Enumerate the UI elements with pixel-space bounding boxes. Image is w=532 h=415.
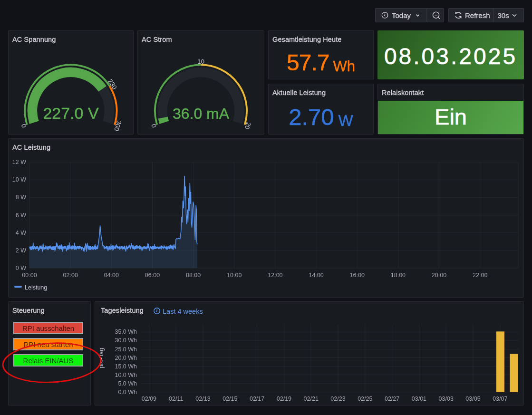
svg-text:35.0 Wh: 35.0 Wh (115, 328, 137, 335)
svg-text:18:00: 18:00 (391, 272, 406, 279)
svg-text:0.0 Wh: 0.0 Wh (118, 389, 137, 396)
svg-text:08:00: 08:00 (186, 272, 201, 279)
svg-text:0: 0 (150, 123, 158, 129)
svg-text:10: 10 (197, 58, 204, 65)
svg-text:0 W: 0 W (16, 265, 26, 271)
svg-text:8 W: 8 W (16, 194, 26, 201)
svg-text:227.0 V: 227.0 V (43, 104, 99, 122)
svg-text:04:00: 04:00 (104, 272, 119, 279)
svg-text:4 W: 4 W (16, 230, 26, 236)
svg-text:5.0 Wh: 5.0 Wh (118, 380, 137, 387)
svg-text:02/23: 02/23 (330, 396, 345, 402)
svg-text:Leistung: Leistung (25, 284, 47, 291)
svg-text:6 W: 6 W (16, 212, 26, 219)
svg-text:02/25: 02/25 (358, 396, 372, 402)
svg-text:03/07: 03/07 (493, 396, 507, 402)
svg-text:16:00: 16:00 (350, 272, 365, 279)
svg-text:10.0 Wh: 10.0 Wh (115, 372, 137, 378)
svg-text:02/17: 02/17 (250, 396, 264, 402)
svg-text:36.0 mA: 36.0 mA (173, 105, 230, 122)
svg-text:02/15: 02/15 (222, 396, 237, 402)
svg-text:02/11: 02/11 (169, 396, 183, 402)
svg-text:02/19: 02/19 (277, 396, 291, 402)
svg-text:20:00: 20:00 (432, 272, 446, 279)
svg-text:10 W: 10 W (12, 176, 26, 183)
svg-text:00:00: 00:00 (22, 272, 37, 279)
svg-text:12 W: 12 W (12, 159, 26, 165)
svg-text:15.0 Wh: 15.0 Wh (115, 363, 137, 370)
svg-text:02/13: 02/13 (195, 396, 210, 402)
svg-text:12:00: 12:00 (268, 272, 282, 279)
svg-text:14:00: 14:00 (309, 272, 323, 279)
svg-text:02:00: 02:00 (63, 272, 78, 279)
svg-text:06:00: 06:00 (145, 272, 160, 279)
svg-text:0: 0 (20, 123, 28, 129)
svg-text:10:00: 10:00 (227, 272, 242, 279)
svg-text:03/05: 03/05 (465, 396, 480, 402)
svg-text:02/27: 02/27 (385, 396, 399, 402)
svg-text:02/21: 02/21 (304, 396, 319, 402)
svg-text:pro-Tag: pro-Tag (98, 348, 105, 368)
svg-text:2 W: 2 W (16, 247, 26, 254)
svg-text:03/03: 03/03 (439, 396, 454, 402)
svg-text:300: 300 (113, 119, 123, 132)
svg-text:30.0 Wh: 30.0 Wh (115, 337, 137, 344)
svg-text:03/01: 03/01 (412, 396, 426, 402)
svg-text:25.0 Wh: 25.0 Wh (115, 346, 137, 353)
svg-text:22:00: 22:00 (473, 272, 487, 279)
svg-text:02/09: 02/09 (142, 396, 156, 402)
svg-text:20.0 Wh: 20.0 Wh (115, 355, 137, 361)
